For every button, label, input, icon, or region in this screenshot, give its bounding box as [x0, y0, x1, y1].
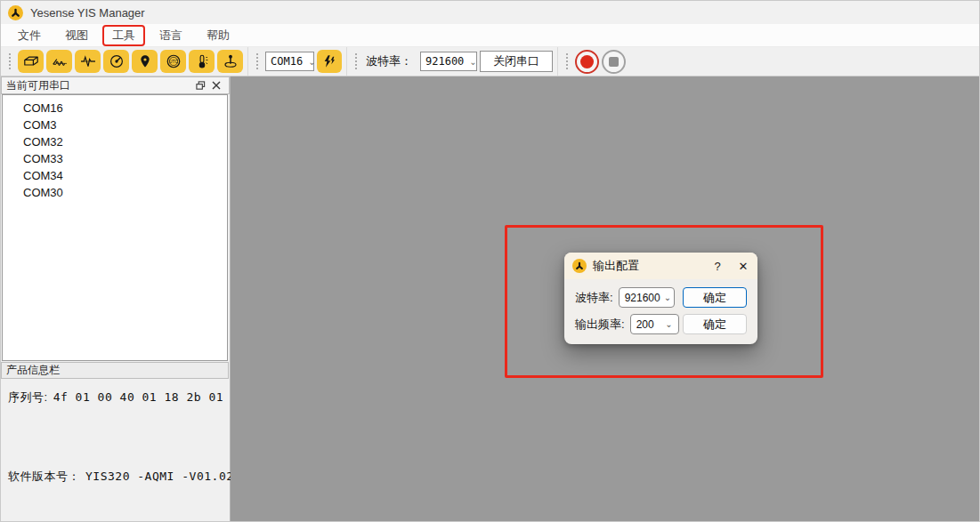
product-info-header: 产品信息栏 [1, 362, 229, 379]
temperature-icon[interactable] [189, 50, 215, 73]
svg-text:UTC: UTC [169, 60, 178, 64]
serial-number-value: 4f 01 00 40 01 18 2b 01 [53, 390, 224, 404]
menu-file[interactable]: 文件 [8, 25, 51, 46]
toolbar-drag-handle[interactable] [7, 52, 11, 71]
attitude-wave-icon[interactable] [46, 50, 72, 73]
dialog-title: 输出配置 [593, 258, 701, 274]
baud-rate-select[interactable]: 921600 ⌄ [420, 52, 477, 71]
dock-close-icon[interactable] [208, 78, 224, 92]
menu-view[interactable]: 视图 [55, 25, 98, 46]
cube-icon[interactable] [18, 50, 44, 73]
dock-header: 当前可用串口 [1, 76, 230, 94]
firmware-version-label: 软件版本号： [8, 469, 80, 485]
port-list-item[interactable]: COM3 [3, 116, 227, 133]
menubar: 文件 视图 工具 语言 帮助 [1, 24, 979, 47]
menu-help[interactable]: 帮助 [197, 25, 239, 46]
toolbar-drag-handle[interactable] [564, 52, 568, 71]
stop-icon [609, 57, 619, 67]
toolbar-group-baud: 波特率： 921600 ⌄ 关闭串口 [346, 47, 557, 76]
toolbar-group-views: UTC [1, 47, 247, 76]
record-icon [580, 55, 594, 68]
firmware-version-row: 软件版本号： YIS320 -AQMI -V01.02.03; [8, 469, 222, 485]
port-list-item[interactable]: COM34 [3, 167, 227, 184]
serial-number-row: 序列号: 4f 01 00 40 01 18 2b 01 [8, 389, 222, 406]
toolbar-drag-handle[interactable] [255, 52, 258, 71]
dialog-output-rate-select[interactable]: 200 ⌄ [630, 314, 679, 334]
gyro-icon[interactable] [217, 50, 243, 73]
dock-float-button[interactable] [192, 78, 208, 92]
menu-language[interactable]: 语言 [150, 25, 192, 46]
chevron-down-icon: ⌄ [308, 57, 315, 67]
port-select[interactable]: COM16 ⌄ [265, 52, 314, 71]
toolbar: UTC COM16 ⌄ 波特率： 921600 ⌄ [1, 47, 979, 76]
toolbar-group-port: COM16 ⌄ [247, 47, 346, 76]
location-icon[interactable] [132, 50, 158, 73]
dialog-baud-select[interactable]: 921600 ⌄ [619, 287, 675, 308]
dialog-close-icon[interactable]: ✕ [733, 260, 753, 273]
utc-clock-icon[interactable]: UTC [160, 50, 186, 73]
port-list-item[interactable]: COM30 [3, 184, 227, 201]
stop-button[interactable] [602, 50, 626, 74]
gauge-icon[interactable] [103, 50, 129, 73]
dialog-titlebar[interactable]: 输出配置 ? ✕ [564, 253, 757, 279]
close-serial-port-button[interactable]: 关闭串口 [480, 51, 553, 72]
product-info-panel: 序列号: 4f 01 00 40 01 18 2b 01 软件版本号： YIS3… [1, 379, 229, 521]
port-list-item[interactable]: COM16 [3, 100, 227, 116]
chevron-down-icon: ⌄ [664, 293, 671, 302]
refresh-ports-icon[interactable] [317, 50, 342, 73]
chevron-down-icon: ⌄ [665, 319, 672, 329]
port-list-item[interactable]: COM32 [3, 133, 227, 150]
baud-rate-value: 921600 [425, 55, 464, 68]
titlebar: Yesense YIS Manager [1, 1, 979, 24]
baud-rate-label: 波特率： [366, 53, 412, 69]
chevron-down-icon: ⌄ [469, 57, 476, 67]
port-select-value: COM16 [271, 55, 303, 68]
dialog-output-rate-value: 200 [636, 318, 654, 331]
record-button[interactable] [575, 50, 599, 74]
menu-tools[interactable]: 工具 [102, 25, 145, 46]
output-rate-config-row: 输出频率: 200 ⌄ 确定 [575, 314, 747, 334]
baud-rate-config-row: 波特率: 921600 ⌄ 确定 [575, 287, 747, 308]
dialog-baud-value: 921600 [625, 292, 660, 304]
product-info-title: 产品信息栏 [6, 363, 60, 378]
serial-number-label: 序列号: [8, 389, 48, 406]
dialog-body: 波特率: 921600 ⌄ 确定 输出频率: 200 ⌄ 确定 [564, 279, 757, 334]
serial-port-dock: 当前可用串口 COM16 COM3 COM32 COM33 COM34 COM3… [1, 76, 231, 521]
confirm-baud-button[interactable]: 确定 [683, 287, 747, 308]
dialog-baud-label: 波特率: [575, 290, 613, 306]
output-config-dialog: 输出配置 ? ✕ 波特率: 921600 ⌄ 确定 输出频率: 200 ⌄ 确定 [564, 253, 757, 344]
available-ports-list: COM16 COM3 COM32 COM33 COM34 COM30 [2, 94, 228, 361]
pulse-wave-icon[interactable] [75, 50, 101, 73]
dialog-logo-icon [572, 259, 587, 273]
app-logo-icon [8, 5, 23, 20]
port-list-item[interactable]: COM33 [3, 150, 227, 167]
dialog-output-rate-label: 输出频率: [575, 317, 625, 333]
toolbar-drag-handle[interactable] [353, 52, 357, 71]
app-window: Yesense YIS Manager 文件 视图 工具 语言 帮助 [0, 0, 980, 522]
dialog-help-button[interactable]: ? [708, 260, 727, 273]
dock-title: 当前可用串口 [6, 78, 70, 93]
toolbar-group-record [557, 47, 630, 76]
confirm-output-rate-button[interactable]: 确定 [683, 314, 747, 334]
window-title: Yesense YIS Manager [30, 6, 145, 20]
